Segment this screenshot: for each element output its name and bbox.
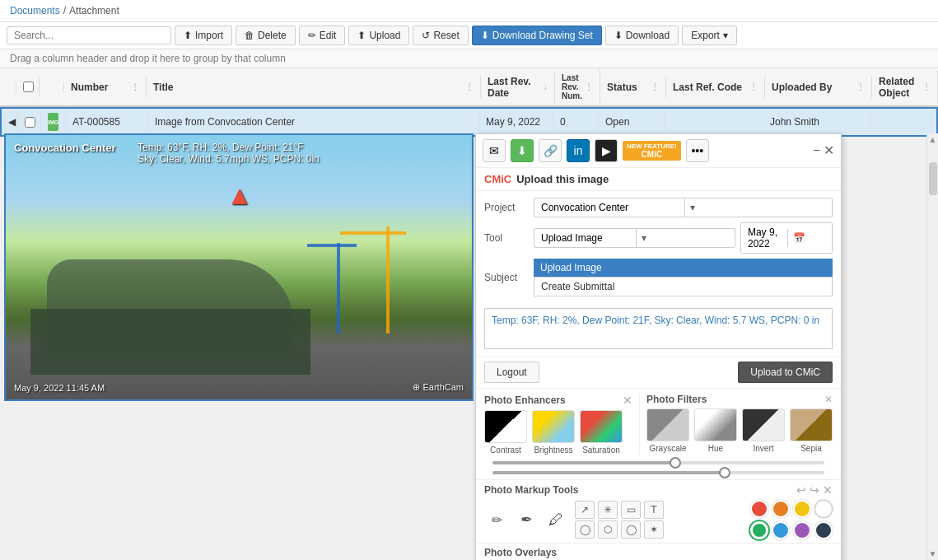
photo-panel: ▲ Convocation Center Temp: 63°F, RH: 2%,…: [4, 133, 474, 401]
date-field[interactable]: May 9, 2022 📅: [740, 222, 833, 254]
filters-title: Photo Filters: [646, 394, 707, 405]
row-checkbox[interactable]: [25, 117, 35, 128]
select-all-checkbox[interactable]: [23, 82, 34, 92]
th-lastrev[interactable]: Last Rev. Num. ⋮: [555, 68, 600, 105]
star-tool[interactable]: ✳: [598, 501, 618, 519]
edit-icon: ✏: [308, 30, 316, 41]
arrow-tool[interactable]: ↗: [575, 501, 595, 519]
color-blue[interactable]: [772, 521, 790, 539]
enhancers-filters-container: Photo Enhancers ✕ Contrast Brightness: [484, 394, 833, 455]
project-select[interactable]: Convocation Center ▾: [534, 198, 833, 217]
upload-icon: ⬆: [357, 30, 366, 41]
table-container: Number ⋮ Title ⋮ Last Rev. Date ↓ Last R…: [0, 68, 938, 137]
shape-tools: ↗ ✳ ▭ T ◯ ⬡ ◯ ✶: [575, 501, 744, 539]
sepia-filter[interactable]: Sepia: [790, 408, 833, 453]
contrast-filter[interactable]: Contrast: [484, 410, 527, 455]
th-revdate[interactable]: Last Rev. Date ↓: [481, 71, 555, 104]
text-tool[interactable]: T: [644, 501, 664, 519]
subject-option-upload[interactable]: Upload Image: [534, 259, 833, 277]
close-button[interactable]: ✕: [824, 144, 834, 157]
left-slider-thumb[interactable]: [670, 457, 681, 469]
oval-tool[interactable]: ◯: [621, 520, 641, 539]
row-file-icon-cell: IMG: [41, 109, 66, 135]
invert-label: Invert: [753, 444, 773, 453]
color-orange[interactable]: [772, 500, 790, 518]
export-button[interactable]: Export ▾: [682, 26, 737, 45]
minimize-button[interactable]: −: [813, 144, 820, 157]
circle-tool[interactable]: ◯: [575, 520, 595, 539]
th-number[interactable]: Number ⋮: [64, 77, 147, 98]
brightness-filter[interactable]: Brightness: [532, 410, 575, 455]
asterisk-tool[interactable]: ✶: [644, 520, 664, 539]
th-uploaded[interactable]: Uploaded By ⋮: [765, 77, 872, 98]
edit-button[interactable]: ✏ Edit: [299, 26, 346, 45]
action-row: Logout Upload to CMiC: [476, 356, 841, 388]
import-button[interactable]: ⬆ Import: [175, 26, 232, 45]
undo-button[interactable]: ↩: [796, 483, 806, 497]
black-icon-button[interactable]: ▶: [595, 139, 618, 162]
chevron-down-icon: ▾: [723, 30, 728, 41]
breadcrumb-documents[interactable]: Documents: [10, 5, 60, 16]
th-related[interactable]: Related Object ⋮: [872, 71, 938, 104]
color-red[interactable]: [750, 500, 768, 518]
more-options-button[interactable]: •••: [686, 139, 709, 162]
linkedin-button[interactable]: in: [567, 139, 590, 162]
grayscale-filter[interactable]: Grayscale: [646, 408, 689, 453]
toolbar: ⬆ Import 🗑 Delete ✏ Edit ⬆ Upload ↺ Rese…: [0, 22, 938, 49]
left-slider-row: [484, 460, 833, 469]
hex-tool[interactable]: ⬡: [598, 520, 618, 539]
marker-tool[interactable]: 🖊: [544, 508, 568, 531]
redo-button[interactable]: ↪: [810, 483, 819, 497]
link-icon-button[interactable]: 🔗: [539, 139, 562, 162]
enhancers-title: Photo Enhancers: [484, 394, 566, 406]
project-dropdown-arrow: ▾: [684, 198, 832, 217]
pencil-tool[interactable]: ✏: [484, 508, 509, 531]
crane1-arm: [340, 231, 406, 235]
right-slider-thumb[interactable]: [719, 467, 730, 478]
saturation-filter[interactable]: Saturation: [580, 410, 623, 455]
scroll-up-arrow[interactable]: ▲: [927, 133, 938, 146]
tool-row: Tool Upload Image ▾ May 9, 2022 📅: [484, 222, 833, 254]
upload-to-cmic-button[interactable]: Upload to CMiC: [738, 362, 833, 383]
subject-option-submittal[interactable]: Create Submittal: [534, 277, 833, 296]
enhancers-close-button[interactable]: ✕: [623, 394, 632, 407]
email-icon-button[interactable]: ✉: [483, 139, 506, 162]
markup-close-button[interactable]: ✕: [823, 483, 833, 497]
photo-datetime-label: May 9, 2022 11:45 AM: [14, 383, 105, 393]
filters-thumbs: Grayscale Hue Invert Sepia: [646, 408, 833, 453]
th-title[interactable]: Title ⋮: [147, 77, 481, 98]
reset-button[interactable]: ↺ Reset: [413, 26, 468, 45]
sepia-thumb: [790, 408, 833, 441]
th-refcode[interactable]: Last Ref. Code ⋮: [666, 77, 765, 98]
scroll-down-arrow[interactable]: ▼: [927, 548, 938, 560]
download-drawing-set-button[interactable]: ⬇ Download Drawing Set: [472, 26, 602, 45]
logout-button[interactable]: Logout: [484, 362, 539, 383]
rect-tool[interactable]: ▭: [621, 501, 641, 519]
table-row[interactable]: ◀ IMG AT-000585 Image from Convocation C…: [0, 107, 938, 137]
download-green-button[interactable]: ⬇: [511, 139, 534, 162]
th-arrow: [0, 82, 16, 92]
download-button[interactable]: ⬇ Download: [605, 26, 679, 45]
search-input[interactable]: [7, 26, 171, 44]
saturation-label: Saturation: [582, 446, 620, 455]
color-white[interactable]: [814, 500, 833, 518]
tool-select[interactable]: Upload Image ▾: [534, 228, 735, 248]
enhancers-header: Photo Enhancers ✕: [484, 394, 632, 407]
color-yellow[interactable]: [793, 500, 811, 518]
delete-button[interactable]: 🗑 Delete: [236, 26, 296, 45]
filters-close-button[interactable]: ✕: [824, 394, 833, 405]
pen-tool[interactable]: ✒: [514, 508, 539, 531]
color-row-1: [750, 500, 833, 518]
hue-filter[interactable]: Hue: [694, 408, 737, 453]
color-black[interactable]: [814, 521, 833, 539]
row-uploaded: John Smith: [763, 112, 870, 132]
table-header: Number ⋮ Title ⋮ Last Rev. Date ↓ Last R…: [0, 68, 938, 107]
message-text[interactable]: Temp: 63F, RH: 2%, Dew Point: 21F, Sky: …: [484, 308, 833, 349]
scroll-thumb[interactable]: [929, 162, 937, 195]
invert-filter[interactable]: Invert: [742, 408, 785, 453]
color-green[interactable]: [750, 521, 768, 539]
color-purple[interactable]: [793, 521, 811, 539]
th-status[interactable]: Status ⋮: [600, 77, 666, 98]
upload-button[interactable]: ⬆ Upload: [348, 26, 409, 45]
row-expand-arrow[interactable]: ◀: [2, 112, 18, 132]
